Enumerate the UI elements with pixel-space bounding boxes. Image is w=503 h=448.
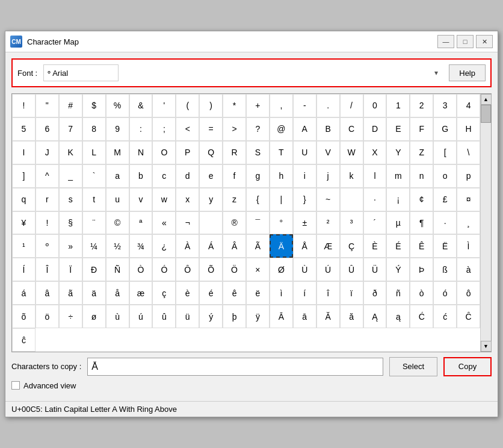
char-cell[interactable]: â: [35, 281, 59, 305]
char-cell[interactable]: R: [223, 141, 246, 164]
char-cell[interactable]: k: [340, 164, 363, 188]
char-cell[interactable]: K: [59, 141, 82, 164]
char-cell[interactable]: ÷: [59, 305, 82, 328]
char-cell[interactable]: Ð: [82, 258, 106, 281]
char-cell[interactable]: z: [223, 188, 246, 211]
char-cell[interactable]: `: [82, 164, 106, 188]
copy-button[interactable]: Copy: [443, 357, 492, 376]
char-cell[interactable]: Þ: [410, 258, 433, 281]
char-cell[interactable]: ®: [223, 211, 246, 235]
char-cell[interactable]: Õ: [199, 258, 223, 281]
char-cell[interactable]: =: [199, 117, 223, 141]
char-cell[interactable]: p: [457, 164, 480, 188]
char-cell[interactable]: ¸: [457, 211, 480, 235]
char-cell[interactable]: A: [293, 117, 316, 141]
char-cell[interactable]: «: [152, 211, 176, 235]
char-cell[interactable]: ¥: [12, 211, 35, 235]
char-cell[interactable]: 1: [386, 94, 410, 117]
char-cell[interactable]: »: [59, 234, 82, 258]
char-cell[interactable]: v: [129, 188, 153, 211]
char-cell[interactable]: !: [35, 211, 59, 235]
char-cell[interactable]: É: [386, 234, 410, 258]
char-cell[interactable]: ·: [363, 188, 387, 211]
char-cell[interactable]: $: [82, 94, 106, 117]
char-cell[interactable]: F: [410, 117, 433, 141]
char-cell[interactable]: C: [340, 117, 363, 141]
scrollbar-thumb[interactable]: [481, 105, 491, 123]
char-cell[interactable]: Ü: [363, 258, 387, 281]
char-cell[interactable]: y: [199, 188, 223, 211]
char-cell[interactable]: j: [316, 164, 340, 188]
char-cell[interactable]: .: [316, 94, 340, 117]
char-cell[interactable]: ?: [246, 117, 270, 141]
char-cell[interactable]: V: [316, 141, 340, 164]
char-cell[interactable]: w: [152, 188, 176, 211]
char-cell[interactable]: ë: [246, 281, 270, 305]
char-cell[interactable]: u: [106, 188, 129, 211]
char-cell[interactable]: ý: [199, 305, 223, 328]
char-cell[interactable]: ï: [340, 281, 363, 305]
char-cell[interactable]: Ã: [246, 234, 270, 258]
char-cell[interactable]: \: [457, 141, 480, 164]
char-cell[interactable]: J: [35, 141, 59, 164]
char-cell[interactable]: W: [340, 141, 363, 164]
char-cell[interactable]: 5: [12, 117, 35, 141]
char-cell[interactable]: t: [82, 188, 106, 211]
char-cell[interactable]: ]: [12, 164, 35, 188]
char-cell[interactable]: |: [270, 188, 293, 211]
char-cell[interactable]: %: [106, 94, 129, 117]
scrollbar[interactable]: ▲ ▼: [480, 94, 491, 352]
char-cell[interactable]: ¶: [410, 211, 433, 235]
char-cell[interactable]: ê: [223, 281, 246, 305]
char-cell[interactable]: ì: [270, 281, 293, 305]
char-cell[interactable]: Ĉ: [457, 305, 480, 328]
char-cell[interactable]: Ç: [340, 234, 363, 258]
char-cell[interactable]: Ą: [363, 305, 387, 328]
char-cell[interactable]: ª: [129, 211, 153, 235]
help-button[interactable]: Help: [449, 64, 486, 81]
char-cell[interactable]: é: [199, 281, 223, 305]
char-cell[interactable]: Ā: [270, 305, 293, 328]
char-cell[interactable]: }: [293, 188, 316, 211]
char-cell[interactable]: Ø: [270, 258, 293, 281]
char-cell[interactable]: ¿: [152, 234, 176, 258]
char-cell[interactable]: Ñ: [106, 258, 129, 281]
char-cell[interactable]: ą: [386, 305, 410, 328]
char-cell[interactable]: ä: [82, 281, 106, 305]
char-cell[interactable]: ¨: [82, 211, 106, 235]
char-cell[interactable]: +: [246, 94, 270, 117]
char-cell[interactable]: ×: [246, 258, 270, 281]
char-cell[interactable]: Q: [199, 141, 223, 164]
char-cell[interactable]: ": [35, 94, 59, 117]
char-cell[interactable]: m: [386, 164, 410, 188]
char-cell[interactable]: U: [293, 141, 316, 164]
scrollbar-track[interactable]: [481, 105, 491, 341]
char-cell[interactable]: d: [176, 164, 199, 188]
char-cell[interactable]: Y: [386, 141, 410, 164]
char-cell[interactable]: c: [152, 164, 176, 188]
char-cell[interactable]: :: [129, 117, 153, 141]
char-cell[interactable]: q: [12, 188, 35, 211]
char-cell[interactable]: Ô: [176, 258, 199, 281]
char-cell[interactable]: ­: [199, 211, 223, 235]
char-cell[interactable]: Æ: [316, 234, 340, 258]
char-cell[interactable]: ': [152, 94, 176, 117]
char-cell[interactable]: G: [433, 117, 457, 141]
char-cell[interactable]: a: [106, 164, 129, 188]
char-cell[interactable]: ¹: [12, 234, 35, 258]
char-cell[interactable]: l: [363, 164, 387, 188]
char-cell[interactable]: 3: [433, 94, 457, 117]
char-cell[interactable]: µ: [386, 211, 410, 235]
char-cell[interactable]: Ă: [316, 305, 340, 328]
char-cell[interactable]: Ć: [410, 305, 433, 328]
char-cell[interactable]: I: [12, 141, 35, 164]
char-cell[interactable]: ü: [176, 305, 199, 328]
char-cell[interactable]: 6: [35, 117, 59, 141]
char-cell[interactable]: ²: [316, 211, 340, 235]
char-cell[interactable]: ,: [270, 94, 293, 117]
char-cell[interactable]: -: [293, 94, 316, 117]
char-cell[interactable]: Í: [12, 258, 35, 281]
char-cell[interactable]: {: [246, 188, 270, 211]
char-cell[interactable]: (: [176, 94, 199, 117]
char-cell[interactable]: Î: [35, 258, 59, 281]
